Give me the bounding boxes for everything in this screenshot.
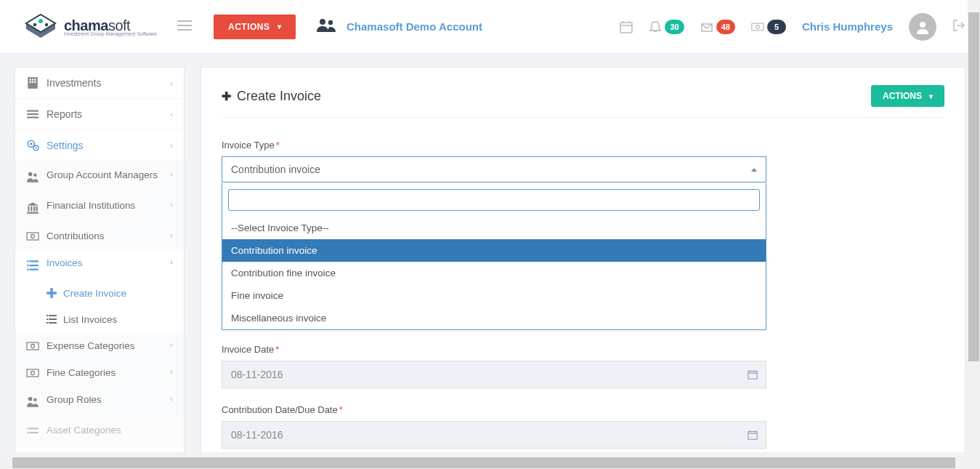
logo[interactable]: chamasoft Investment Group Management So…	[22, 13, 157, 41]
select-option-contribution-fine[interactable]: Contribution fine invoice	[222, 262, 766, 284]
bell-icon[interactable]: 30	[649, 20, 684, 34]
page-scrollbar[interactable]	[968, 0, 980, 457]
page-title: ✚ Create Invoice	[222, 89, 321, 104]
svg-rect-64	[748, 372, 756, 380]
bank-icon	[26, 201, 39, 215]
svg-rect-8	[620, 23, 632, 33]
avatar[interactable]	[909, 13, 936, 41]
sidebar-sub-group-managers[interactable]: Group Account Managers ‹	[15, 161, 184, 192]
svg-rect-23	[27, 113, 39, 115]
svg-rect-40	[27, 265, 28, 266]
svg-rect-19	[30, 81, 31, 83]
svg-rect-48	[46, 318, 48, 320]
username-link[interactable]: Chris Humphreys	[802, 20, 893, 33]
invoice-type-label: Invoice Type*	[222, 140, 944, 151]
sidebar-sub-expense-categories[interactable]: Expense Categories ‹	[15, 332, 184, 359]
building-icon	[26, 76, 39, 89]
nav-label: Expense Categories	[46, 340, 135, 351]
nav-label: Invoices	[46, 257, 83, 268]
messages-badge: 48	[716, 20, 735, 34]
svg-point-13	[756, 25, 759, 28]
svg-point-1	[33, 23, 36, 25]
menu-toggle-icon[interactable]	[177, 20, 192, 33]
content-area: Investments ‹ Reports ‹ Settings ‹ Group…	[0, 54, 980, 457]
select-search-input[interactable]	[228, 189, 760, 211]
sidebar-item-investments[interactable]: Investments ‹	[15, 68, 184, 99]
nav-label: Group Account Managers	[46, 169, 158, 180]
svg-rect-21	[34, 81, 36, 83]
svg-rect-39	[30, 260, 39, 262]
svg-rect-52	[27, 342, 39, 350]
sidebar-leaf-create-invoice[interactable]: Create Invoice	[15, 280, 184, 306]
page-actions-button[interactable]: ACTIONS ▾	[871, 85, 944, 107]
select-option-misc[interactable]: Miscellaneous invoice	[222, 307, 766, 329]
nav-label: Contributions	[46, 231, 105, 241]
scrollbar-thumb[interactable]	[968, 12, 979, 361]
select-option-placeholder[interactable]: --Select Invoice Type--	[222, 217, 766, 239]
chevron-left-icon: ‹	[170, 200, 173, 209]
calendar-addon-icon[interactable]	[739, 361, 766, 388]
svg-rect-43	[30, 269, 39, 270]
svg-rect-20	[32, 81, 33, 83]
chevron-left-icon: ‹	[170, 169, 173, 178]
chevron-down-icon: ▾	[278, 23, 282, 31]
money-icon[interactable]: 5	[751, 20, 786, 34]
sidebar-sub-invoices[interactable]: Invoices ‹	[15, 249, 184, 280]
group-icon	[316, 18, 336, 35]
sidebar-sub-group-roles[interactable]: Group Roles ‹	[15, 386, 184, 417]
svg-point-56	[28, 397, 33, 401]
svg-rect-45	[46, 292, 57, 294]
sidebar-sub-asset-categories[interactable]: Asset Categories	[15, 417, 184, 447]
svg-point-29	[28, 172, 33, 177]
plus-icon	[46, 287, 57, 299]
chevron-left-icon: ‹	[170, 79, 173, 87]
scrollbar-thumb-h[interactable]	[12, 457, 955, 468]
svg-point-37	[31, 235, 35, 238]
invoice-date-input[interactable]	[222, 361, 739, 388]
svg-rect-32	[31, 207, 32, 212]
page-scrollbar-h[interactable]	[0, 457, 980, 469]
contribution-date-label: Contribution Date/Due Date*	[222, 404, 944, 415]
svg-rect-50	[46, 322, 48, 324]
contribution-date-row: Contribution Date/Due Date*	[222, 404, 944, 449]
envelope-icon[interactable]: 48	[700, 20, 735, 34]
svg-rect-60	[27, 432, 28, 433]
money-icon	[26, 369, 39, 377]
nav-label: Group Roles	[46, 394, 102, 405]
sidebar-sub-fine-categories[interactable]: Fine Categories ‹	[15, 359, 184, 386]
svg-point-7	[328, 20, 333, 25]
gears-icon	[26, 139, 39, 152]
chevron-left-icon: ‹	[170, 257, 173, 266]
sidebar-sub-financial-institutions[interactable]: Financial Institutions ‹	[15, 192, 184, 223]
svg-point-53	[31, 345, 35, 348]
main-panel: ✚ Create Invoice ACTIONS ▾ Invoice Type*…	[201, 67, 965, 457]
svg-rect-38	[27, 260, 28, 262]
select-option-fine[interactable]: Fine invoice	[222, 284, 766, 307]
logout-icon[interactable]	[952, 19, 965, 34]
svg-point-2	[45, 23, 48, 25]
contribution-date-input[interactable]	[222, 421, 739, 449]
sidebar-item-reports[interactable]: Reports ‹	[15, 99, 184, 130]
sidebar-sub-contributions[interactable]: Contributions ‹	[15, 223, 184, 249]
svg-point-14	[920, 22, 926, 28]
actions-label: ACTIONS	[883, 91, 922, 101]
money-icon	[26, 232, 39, 241]
sidebar-item-settings[interactable]: Settings ‹	[15, 130, 184, 161]
select-option-contribution[interactable]: Contribution invoice	[222, 239, 766, 262]
svg-rect-18	[34, 79, 36, 80]
sidebar: Investments ‹ Reports ‹ Settings ‹ Group…	[15, 67, 185, 457]
svg-rect-58	[27, 428, 28, 429]
calendar-addon-icon[interactable]	[739, 421, 766, 449]
nav-label: Financial Institutions	[46, 200, 135, 211]
svg-point-57	[33, 398, 37, 401]
nav-label: Create Invoice	[63, 288, 126, 299]
svg-rect-33	[33, 207, 35, 212]
calendar-icon[interactable]	[620, 20, 633, 33]
account-name-link[interactable]: Chamasoft Demo Account	[347, 20, 482, 33]
plus-icon: ✚	[222, 89, 231, 103]
header-actions-button[interactable]: ACTIONS ▾	[214, 15, 296, 39]
actions-label: ACTIONS	[228, 22, 270, 32]
sidebar-leaf-list-invoices[interactable]: List Invoices	[15, 306, 184, 332]
invoice-date-label: Invoice Date*	[222, 344, 944, 355]
invoice-type-select[interactable]: Contribution invoice --Select Invoice Ty…	[222, 156, 766, 183]
